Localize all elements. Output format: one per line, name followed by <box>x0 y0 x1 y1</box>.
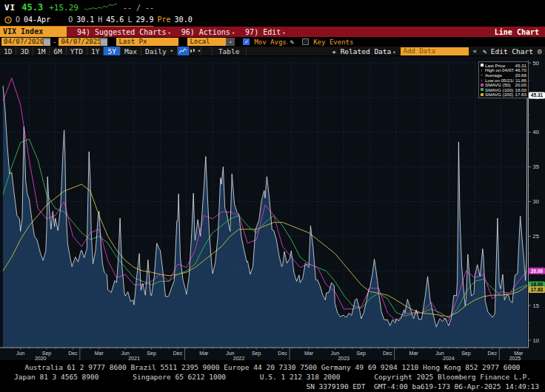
collapse-chevrons[interactable]: « <box>473 47 477 55</box>
header-underline <box>0 26 153 27</box>
legend-row-smavg200: SMAVG (200)17.83 <box>481 92 526 98</box>
footer-session-info: SN 3379190 EDT GMT-4:00 ba619-173 06-Apr… <box>0 382 545 391</box>
white-swatch-icon <box>481 64 484 67</box>
edit-chart-button[interactable]: ✎ Edit Chart <box>481 47 533 55</box>
currency-dropdown-button[interactable]: ▾ <box>226 38 235 46</box>
session-date: 04-Apr <box>24 16 50 24</box>
svg-text:17.83: 17.83 <box>531 287 544 292</box>
price-field-select[interactable]: Last Px <box>116 38 178 46</box>
tab-5y-selected[interactable]: 5Y <box>104 47 120 55</box>
svg-text:Mar: Mar <box>409 351 419 356</box>
pre-value: 30.0 <box>175 16 193 24</box>
candlestick-icon <box>190 48 196 54</box>
last-price: 45.3 <box>21 2 43 13</box>
tab-6m[interactable]: 6M <box>50 47 66 55</box>
edit-mov-avgs-icon[interactable]: ✎ <box>290 38 294 46</box>
calendar-icon[interactable] <box>100 38 107 46</box>
chart-toolbar: 04/07/2020 - 04/07/2025 Last Px Local CC… <box>0 37 545 47</box>
terminal-footer: Australia 61 2 9777 8600 Brazil 5511 239… <box>0 360 545 392</box>
high-value: 45.6 <box>106 16 124 24</box>
key-events-label: Key Events <box>313 38 353 46</box>
footer-phone-line-1: Australia 61 2 9777 8600 Brazil 5511 239… <box>0 362 545 372</box>
price-change: +15.29 <box>49 3 78 13</box>
svg-text:25: 25 <box>533 233 539 240</box>
menu-actions[interactable]: 96) Actions▾ <box>181 28 235 36</box>
svg-text:Dec: Dec <box>68 351 78 356</box>
svg-text:30: 30 <box>533 198 539 205</box>
pencil-icon: ✎ <box>483 48 491 55</box>
footer-phone-line-2: Japan 81 3 4565 8900 Singapore 65 6212 1… <box>0 372 545 382</box>
currency-select[interactable]: Local CCY <box>187 38 226 46</box>
svg-text:Dec: Dec <box>278 351 287 356</box>
tab-1d[interactable]: 1D <box>0 47 16 55</box>
tab-1y[interactable]: 1Y <box>87 47 104 55</box>
green-swatch-icon <box>481 88 484 91</box>
chart-canvas[interactable]: 101520253035404550JunSepDecMarJunSepDecM… <box>0 56 545 360</box>
mov-avgs-label: Mov Avgs <box>254 38 286 46</box>
svg-text:15: 15 <box>533 303 539 309</box>
related-data-button[interactable]: + Related Data▾ <box>332 47 395 55</box>
frequency-select[interactable]: Daily▾ <box>141 47 178 55</box>
open-label: O <box>68 16 73 24</box>
svg-text:2020: 2020 <box>35 356 47 361</box>
tab-3d[interactable]: 3D <box>16 47 33 55</box>
menu-bar: VIX Index 94) Suggested Charts▾ 96) Acti… <box>0 27 545 37</box>
svg-text:2025: 2025 <box>509 356 521 361</box>
chart-legend: Last Price45.31 ↑ High on 04/07/2046.70 … <box>478 61 529 98</box>
svg-text:Dec: Dec <box>488 351 498 356</box>
security-header: VI 45.3 +15.29 -- / -- O 04-Apr O 30.1 H… <box>0 0 545 27</box>
svg-text:35: 35 <box>533 163 539 170</box>
svg-text:20.00: 20.00 <box>531 268 544 274</box>
svg-text:Mar: Mar <box>95 351 104 356</box>
chart-type-dropdown-button[interactable]: ▾ <box>190 47 201 55</box>
svg-text:Dec: Dec <box>173 351 183 356</box>
chevron-down-icon: ▾ <box>170 48 173 54</box>
chevron-down-icon: ▾ <box>392 50 395 55</box>
tab-1m[interactable]: 1M <box>33 47 50 55</box>
menu-edit[interactable]: 97) Edit▾ <box>245 28 285 36</box>
svg-text:10: 10 <box>533 337 539 344</box>
table-button[interactable]: Table <box>212 47 247 55</box>
open-indicator: O <box>16 16 20 24</box>
security-name-field[interactable]: VIX Index <box>0 27 67 37</box>
calendar-icon[interactable] <box>43 38 50 46</box>
low-label: L <box>127 16 132 24</box>
period-tab-bar: 1D 3D 1M 6M YTD 1Y 5Y Max Daily▾ ▾ Table… <box>0 47 545 56</box>
screen-title: Line Chart <box>495 28 539 36</box>
svg-text:40: 40 <box>533 129 539 135</box>
svg-text:Sep: Sep <box>357 351 367 356</box>
svg-text:Jun: Jun <box>16 351 24 356</box>
chevron-down-icon: ▾ <box>198 48 201 54</box>
svg-text:Sep: Sep <box>461 351 471 356</box>
svg-text:Mar: Mar <box>199 351 209 356</box>
line-chart-type-button[interactable] <box>178 47 190 55</box>
chevron-down-icon: ▾ <box>282 30 285 36</box>
svg-text:2022: 2022 <box>233 356 245 361</box>
svg-text:Sep: Sep <box>252 351 261 356</box>
magenta-swatch-icon <box>481 84 484 87</box>
svg-text:Mar: Mar <box>304 351 314 356</box>
mov-avgs-checkbox[interactable]: ✓ <box>243 38 250 45</box>
delayed-clock-icon <box>4 16 12 24</box>
svg-text:Sep: Sep <box>147 351 156 356</box>
tab-max[interactable]: Max <box>121 47 141 55</box>
date-to-input[interactable]: 04/07/2025 <box>58 38 100 46</box>
yellow-swatch-icon <box>481 93 484 96</box>
average-line-icon: − <box>481 72 484 77</box>
add-data-input[interactable]: Add Data <box>401 47 469 55</box>
open-value: 30.1 <box>76 16 94 24</box>
low-value: 29.9 <box>136 16 153 24</box>
chevron-down-icon: ▾ <box>167 30 170 36</box>
svg-text:2023: 2023 <box>338 356 350 361</box>
gear-icon[interactable]: ⚙ <box>538 47 542 55</box>
tab-ytd[interactable]: YTD <box>67 47 87 55</box>
svg-text:45.31: 45.31 <box>531 92 544 98</box>
svg-text:50: 50 <box>533 60 539 67</box>
high-label: H <box>98 16 102 24</box>
ticker-symbol: VI <box>4 3 16 13</box>
svg-text:2021: 2021 <box>128 356 140 361</box>
key-events-checkbox[interactable] <box>302 38 309 45</box>
date-from-input[interactable]: 04/07/2020 <box>1 38 43 46</box>
arrow-down-icon: ↓ <box>481 78 484 82</box>
menu-suggested-charts[interactable]: 94) Suggested Charts▾ <box>77 28 171 36</box>
